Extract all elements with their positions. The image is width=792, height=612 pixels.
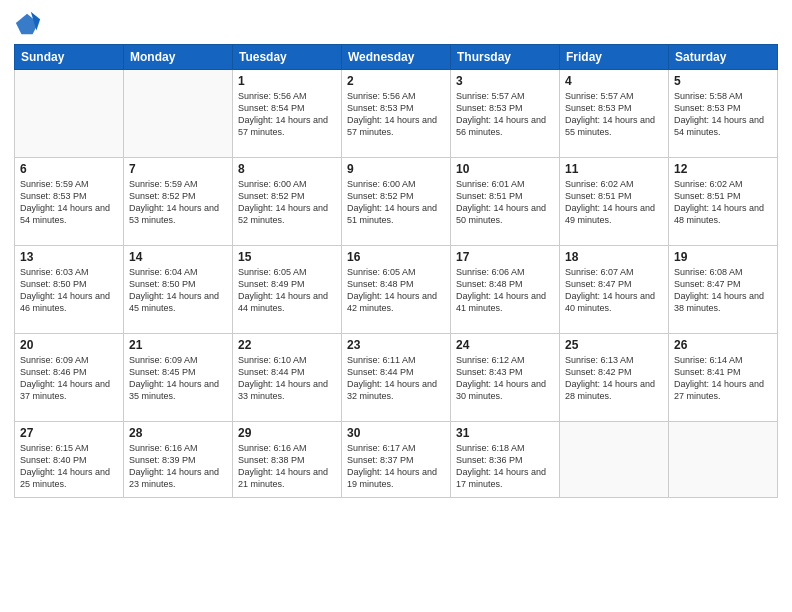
calendar-cell: 30Sunrise: 6:17 AMSunset: 8:37 PMDayligh… (342, 422, 451, 498)
calendar-cell: 19Sunrise: 6:08 AMSunset: 8:47 PMDayligh… (669, 246, 778, 334)
day-number: 8 (238, 162, 336, 176)
page: SundayMondayTuesdayWednesdayThursdayFrid… (0, 0, 792, 612)
day-number: 6 (20, 162, 118, 176)
day-info: Sunrise: 6:04 AMSunset: 8:50 PMDaylight:… (129, 266, 227, 315)
calendar-cell: 13Sunrise: 6:03 AMSunset: 8:50 PMDayligh… (15, 246, 124, 334)
day-number: 4 (565, 74, 663, 88)
calendar-cell: 22Sunrise: 6:10 AMSunset: 8:44 PMDayligh… (233, 334, 342, 422)
calendar-cell (15, 70, 124, 158)
day-number: 30 (347, 426, 445, 440)
calendar-header-friday: Friday (560, 45, 669, 70)
day-number: 21 (129, 338, 227, 352)
day-number: 14 (129, 250, 227, 264)
calendar-cell: 29Sunrise: 6:16 AMSunset: 8:38 PMDayligh… (233, 422, 342, 498)
day-info: Sunrise: 6:18 AMSunset: 8:36 PMDaylight:… (456, 442, 554, 491)
day-number: 13 (20, 250, 118, 264)
calendar-cell: 17Sunrise: 6:06 AMSunset: 8:48 PMDayligh… (451, 246, 560, 334)
calendar-cell: 24Sunrise: 6:12 AMSunset: 8:43 PMDayligh… (451, 334, 560, 422)
logo (14, 10, 46, 38)
day-info: Sunrise: 6:05 AMSunset: 8:48 PMDaylight:… (347, 266, 445, 315)
day-number: 24 (456, 338, 554, 352)
day-number: 15 (238, 250, 336, 264)
calendar-cell: 25Sunrise: 6:13 AMSunset: 8:42 PMDayligh… (560, 334, 669, 422)
calendar-cell: 7Sunrise: 5:59 AMSunset: 8:52 PMDaylight… (124, 158, 233, 246)
calendar-cell: 21Sunrise: 6:09 AMSunset: 8:45 PMDayligh… (124, 334, 233, 422)
calendar-cell: 4Sunrise: 5:57 AMSunset: 8:53 PMDaylight… (560, 70, 669, 158)
day-number: 27 (20, 426, 118, 440)
day-info: Sunrise: 6:09 AMSunset: 8:45 PMDaylight:… (129, 354, 227, 403)
day-info: Sunrise: 6:02 AMSunset: 8:51 PMDaylight:… (674, 178, 772, 227)
day-info: Sunrise: 6:11 AMSunset: 8:44 PMDaylight:… (347, 354, 445, 403)
day-number: 28 (129, 426, 227, 440)
day-number: 31 (456, 426, 554, 440)
day-info: Sunrise: 6:13 AMSunset: 8:42 PMDaylight:… (565, 354, 663, 403)
day-number: 18 (565, 250, 663, 264)
calendar-cell: 5Sunrise: 5:58 AMSunset: 8:53 PMDaylight… (669, 70, 778, 158)
day-number: 19 (674, 250, 772, 264)
calendar-cell: 26Sunrise: 6:14 AMSunset: 8:41 PMDayligh… (669, 334, 778, 422)
day-number: 1 (238, 74, 336, 88)
calendar-cell: 12Sunrise: 6:02 AMSunset: 8:51 PMDayligh… (669, 158, 778, 246)
day-info: Sunrise: 6:06 AMSunset: 8:48 PMDaylight:… (456, 266, 554, 315)
calendar-cell: 31Sunrise: 6:18 AMSunset: 8:36 PMDayligh… (451, 422, 560, 498)
day-number: 12 (674, 162, 772, 176)
calendar-week-3: 13Sunrise: 6:03 AMSunset: 8:50 PMDayligh… (15, 246, 778, 334)
day-number: 29 (238, 426, 336, 440)
day-info: Sunrise: 5:59 AMSunset: 8:52 PMDaylight:… (129, 178, 227, 227)
calendar-cell: 10Sunrise: 6:01 AMSunset: 8:51 PMDayligh… (451, 158, 560, 246)
day-info: Sunrise: 6:00 AMSunset: 8:52 PMDaylight:… (238, 178, 336, 227)
day-info: Sunrise: 6:05 AMSunset: 8:49 PMDaylight:… (238, 266, 336, 315)
day-info: Sunrise: 6:10 AMSunset: 8:44 PMDaylight:… (238, 354, 336, 403)
day-number: 26 (674, 338, 772, 352)
day-info: Sunrise: 6:14 AMSunset: 8:41 PMDaylight:… (674, 354, 772, 403)
day-number: 16 (347, 250, 445, 264)
day-info: Sunrise: 5:58 AMSunset: 8:53 PMDaylight:… (674, 90, 772, 139)
day-number: 2 (347, 74, 445, 88)
calendar-week-5: 27Sunrise: 6:15 AMSunset: 8:40 PMDayligh… (15, 422, 778, 498)
calendar-header-sunday: Sunday (15, 45, 124, 70)
calendar-cell: 3Sunrise: 5:57 AMSunset: 8:53 PMDaylight… (451, 70, 560, 158)
day-info: Sunrise: 6:07 AMSunset: 8:47 PMDaylight:… (565, 266, 663, 315)
calendar-header-saturday: Saturday (669, 45, 778, 70)
calendar-header-monday: Monday (124, 45, 233, 70)
day-info: Sunrise: 5:57 AMSunset: 8:53 PMDaylight:… (456, 90, 554, 139)
day-info: Sunrise: 6:02 AMSunset: 8:51 PMDaylight:… (565, 178, 663, 227)
day-number: 10 (456, 162, 554, 176)
calendar-cell: 27Sunrise: 6:15 AMSunset: 8:40 PMDayligh… (15, 422, 124, 498)
calendar-week-4: 20Sunrise: 6:09 AMSunset: 8:46 PMDayligh… (15, 334, 778, 422)
calendar-week-2: 6Sunrise: 5:59 AMSunset: 8:53 PMDaylight… (15, 158, 778, 246)
calendar-header-thursday: Thursday (451, 45, 560, 70)
calendar-cell: 8Sunrise: 6:00 AMSunset: 8:52 PMDaylight… (233, 158, 342, 246)
day-number: 23 (347, 338, 445, 352)
day-number: 9 (347, 162, 445, 176)
day-info: Sunrise: 6:15 AMSunset: 8:40 PMDaylight:… (20, 442, 118, 491)
calendar-cell: 14Sunrise: 6:04 AMSunset: 8:50 PMDayligh… (124, 246, 233, 334)
day-info: Sunrise: 6:16 AMSunset: 8:39 PMDaylight:… (129, 442, 227, 491)
calendar-cell: 20Sunrise: 6:09 AMSunset: 8:46 PMDayligh… (15, 334, 124, 422)
day-info: Sunrise: 6:16 AMSunset: 8:38 PMDaylight:… (238, 442, 336, 491)
day-info: Sunrise: 6:09 AMSunset: 8:46 PMDaylight:… (20, 354, 118, 403)
logo-icon (14, 10, 42, 38)
calendar-table: SundayMondayTuesdayWednesdayThursdayFrid… (14, 44, 778, 498)
day-number: 11 (565, 162, 663, 176)
calendar-cell: 16Sunrise: 6:05 AMSunset: 8:48 PMDayligh… (342, 246, 451, 334)
calendar-cell: 6Sunrise: 5:59 AMSunset: 8:53 PMDaylight… (15, 158, 124, 246)
calendar-cell: 2Sunrise: 5:56 AMSunset: 8:53 PMDaylight… (342, 70, 451, 158)
day-number: 22 (238, 338, 336, 352)
day-number: 25 (565, 338, 663, 352)
day-info: Sunrise: 5:56 AMSunset: 8:54 PMDaylight:… (238, 90, 336, 139)
calendar-header-tuesday: Tuesday (233, 45, 342, 70)
day-info: Sunrise: 6:17 AMSunset: 8:37 PMDaylight:… (347, 442, 445, 491)
day-info: Sunrise: 5:59 AMSunset: 8:53 PMDaylight:… (20, 178, 118, 227)
day-number: 7 (129, 162, 227, 176)
day-info: Sunrise: 5:57 AMSunset: 8:53 PMDaylight:… (565, 90, 663, 139)
calendar-header-wednesday: Wednesday (342, 45, 451, 70)
day-number: 20 (20, 338, 118, 352)
calendar-cell (669, 422, 778, 498)
day-number: 3 (456, 74, 554, 88)
day-info: Sunrise: 6:01 AMSunset: 8:51 PMDaylight:… (456, 178, 554, 227)
calendar-cell: 28Sunrise: 6:16 AMSunset: 8:39 PMDayligh… (124, 422, 233, 498)
calendar-cell: 15Sunrise: 6:05 AMSunset: 8:49 PMDayligh… (233, 246, 342, 334)
day-info: Sunrise: 6:00 AMSunset: 8:52 PMDaylight:… (347, 178, 445, 227)
day-info: Sunrise: 6:08 AMSunset: 8:47 PMDaylight:… (674, 266, 772, 315)
